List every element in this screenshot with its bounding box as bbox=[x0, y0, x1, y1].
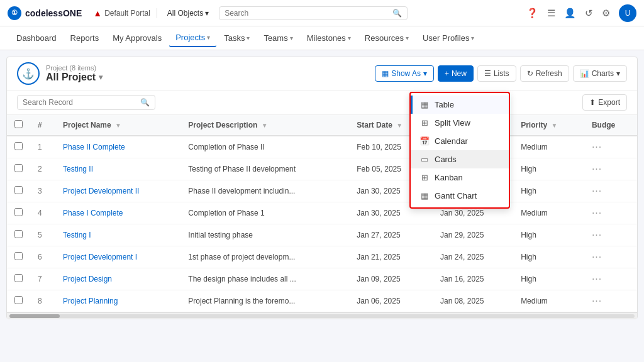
row-dots-button[interactable]: ··· bbox=[592, 141, 602, 152]
row-dots-button[interactable]: ··· bbox=[592, 207, 602, 218]
row-checkbox-cell[interactable] bbox=[7, 136, 30, 158]
col-priority[interactable]: Priority ▼ bbox=[513, 115, 584, 136]
portal-icon: ▲ bbox=[93, 8, 102, 18]
dropdown-item-table[interactable]: ▦ Table bbox=[411, 96, 509, 114]
row-checkbox[interactable] bbox=[14, 142, 23, 150]
row-checkbox-cell[interactable] bbox=[7, 246, 30, 268]
row-dots-button[interactable]: ··· bbox=[592, 229, 602, 240]
cards-menu-icon: ▭ bbox=[419, 155, 430, 164]
row-checkbox[interactable] bbox=[14, 230, 23, 238]
refresh-button[interactable]: ↻ Refresh bbox=[520, 65, 569, 82]
nav-projects[interactable]: Projects ▾ bbox=[169, 29, 216, 47]
row-actions[interactable]: ··· bbox=[584, 290, 637, 312]
row-dots-button[interactable]: ··· bbox=[592, 185, 602, 196]
nav-teams[interactable]: Teams ▾ bbox=[257, 30, 299, 47]
row-checkbox[interactable] bbox=[14, 208, 23, 216]
app-logo[interactable]: ① codelessONE bbox=[8, 6, 82, 20]
nav-user-profiles[interactable]: User Profiles ▾ bbox=[416, 30, 480, 47]
project-link[interactable]: Project Planning bbox=[63, 297, 118, 305]
row-dots-button[interactable]: ··· bbox=[592, 163, 602, 174]
row-desc: Completion of Phase 1 bbox=[180, 202, 349, 224]
dropdown-item-cards[interactable]: ▭ Cards bbox=[411, 150, 509, 168]
row-checkbox-cell[interactable] bbox=[7, 180, 30, 202]
users-icon[interactable]: 👤 bbox=[564, 8, 576, 19]
row-checkbox-cell[interactable] bbox=[7, 268, 30, 290]
scrollbar-thumb[interactable] bbox=[9, 314, 60, 318]
row-actions[interactable]: ··· bbox=[584, 224, 637, 246]
dropdown-item-kanban[interactable]: ⊞ Kanban bbox=[411, 168, 509, 187]
dropdown-item-calendar[interactable]: 📅 Calendar bbox=[411, 132, 509, 150]
global-search-input[interactable] bbox=[225, 9, 392, 18]
project-link[interactable]: Phase II Complete bbox=[63, 143, 125, 151]
project-link[interactable]: Project Development I bbox=[63, 253, 137, 261]
project-title-caret-icon[interactable]: ▾ bbox=[99, 73, 103, 82]
show-as-button[interactable]: ▦ Show As ▾ bbox=[375, 65, 434, 82]
col-project-desc[interactable]: Project Description ▼ bbox=[180, 115, 349, 136]
row-name[interactable]: Testing II bbox=[55, 158, 180, 180]
search-record-input[interactable] bbox=[23, 98, 136, 107]
table-body: 1 Phase II Complete Completion of Phase … bbox=[7, 136, 637, 312]
scrollbar-track[interactable] bbox=[9, 314, 635, 318]
settings-icon[interactable]: ⚙ bbox=[602, 8, 610, 19]
history-icon[interactable]: ↺ bbox=[585, 8, 593, 19]
row-dots-button[interactable]: ··· bbox=[592, 251, 602, 262]
nav-reports[interactable]: Reports bbox=[64, 30, 106, 47]
row-name[interactable]: Project Planning bbox=[55, 290, 180, 312]
menu-icon[interactable]: ☰ bbox=[547, 8, 555, 19]
nav-milestones[interactable]: Milestones ▾ bbox=[301, 30, 357, 47]
row-checkbox[interactable] bbox=[14, 274, 23, 282]
nav-tasks[interactable]: Tasks ▾ bbox=[218, 30, 256, 47]
project-link[interactable]: Project Development II bbox=[63, 187, 139, 195]
row-actions[interactable]: ··· bbox=[584, 202, 637, 224]
global-search-bar[interactable]: 🔍 bbox=[219, 6, 408, 20]
dropdown-item-gantt-chart[interactable]: ▦ Gantt Chart bbox=[411, 187, 509, 205]
nav-approvals[interactable]: My Approvals bbox=[106, 30, 168, 47]
row-dots-button[interactable]: ··· bbox=[592, 273, 602, 284]
select-all-checkbox[interactable] bbox=[14, 120, 23, 128]
table-label: Table bbox=[435, 100, 454, 109]
nav-resources[interactable]: Resources ▾ bbox=[358, 30, 415, 47]
row-checkbox-cell[interactable] bbox=[7, 224, 30, 246]
project-link[interactable]: Testing I bbox=[63, 231, 91, 239]
new-button[interactable]: + New bbox=[438, 65, 474, 82]
row-actions[interactable]: ··· bbox=[584, 180, 637, 202]
row-actions[interactable]: ··· bbox=[584, 268, 637, 290]
row-name[interactable]: Phase I Complete bbox=[55, 202, 180, 224]
row-desc: Testing of Phase II development bbox=[180, 158, 349, 180]
row-actions[interactable]: ··· bbox=[584, 158, 637, 180]
row-name[interactable]: Project Development II bbox=[55, 180, 180, 202]
nav-teams-caret-icon: ▾ bbox=[290, 35, 293, 41]
project-link[interactable]: Project Design bbox=[63, 275, 112, 283]
row-name[interactable]: Testing I bbox=[55, 224, 180, 246]
portal-badge[interactable]: ▲ Default Portal bbox=[93, 8, 157, 18]
project-link[interactable]: Phase I Complete bbox=[63, 209, 123, 217]
search-record-bar[interactable]: 🔍 bbox=[17, 95, 155, 110]
row-checkbox[interactable] bbox=[14, 186, 23, 194]
dropdown-item-split-view[interactable]: ⊞ Split View bbox=[411, 114, 509, 132]
content-header: ⚓ Project (8 items) All Project ▾ ▦ Show… bbox=[7, 57, 637, 90]
row-actions[interactable]: ··· bbox=[584, 136, 637, 158]
row-checkbox-cell[interactable] bbox=[7, 290, 30, 312]
row-name[interactable]: Phase II Complete bbox=[55, 136, 180, 158]
row-dots-button[interactable]: ··· bbox=[592, 295, 602, 306]
row-checkbox-cell[interactable] bbox=[7, 158, 30, 180]
row-checkbox-cell[interactable] bbox=[7, 202, 30, 224]
row-checkbox[interactable] bbox=[14, 296, 23, 304]
col-project-name[interactable]: Project Name ▼ bbox=[55, 115, 180, 136]
export-button[interactable]: ⬆ Export bbox=[582, 94, 627, 111]
row-actions[interactable]: ··· bbox=[584, 246, 637, 268]
user-avatar[interactable]: U bbox=[619, 4, 636, 22]
row-checkbox[interactable] bbox=[14, 252, 23, 260]
project-link[interactable]: Testing II bbox=[63, 165, 93, 173]
row-name[interactable]: Project Design bbox=[55, 268, 180, 290]
help-icon[interactable]: ❓ bbox=[526, 8, 538, 19]
nav-dashboard[interactable]: Dashboard bbox=[10, 30, 63, 47]
select-all-header[interactable] bbox=[7, 115, 30, 136]
all-objects-button[interactable]: All Objects ▾ bbox=[164, 7, 213, 19]
kanban-menu-icon: ⊞ bbox=[419, 173, 430, 182]
charts-button[interactable]: 📊 Charts ▾ bbox=[573, 65, 627, 82]
horizontal-scrollbar[interactable] bbox=[7, 312, 637, 319]
lists-button[interactable]: ☰ Lists bbox=[477, 65, 516, 82]
row-checkbox[interactable] bbox=[14, 164, 23, 172]
row-name[interactable]: Project Development I bbox=[55, 246, 180, 268]
